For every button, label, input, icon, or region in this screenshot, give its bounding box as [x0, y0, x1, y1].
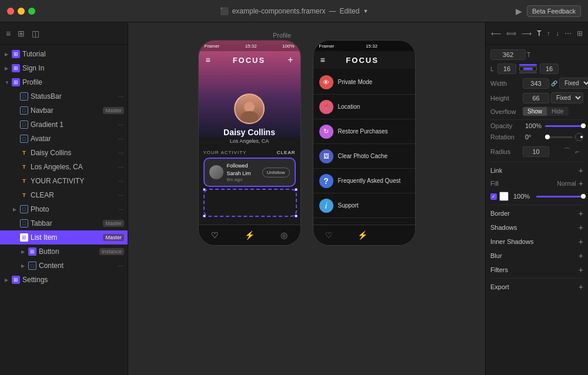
link-add-button[interactable]: +	[579, 166, 583, 175]
overflow-label: Overflow	[490, 108, 523, 115]
sidebar-item-location[interactable]: T Los Angeles, CA ⋯	[0, 160, 128, 174]
rotation-slider[interactable]	[545, 136, 573, 138]
height-input[interactable]: 66	[523, 93, 549, 103]
text-icon: T	[20, 163, 28, 171]
settings-item-clear-cache[interactable]: 🖼 Clear Photo Cache	[313, 144, 415, 169]
fill-slider[interactable]	[536, 196, 583, 197]
layers-icon[interactable]: ≡	[5, 28, 12, 39]
more-icon[interactable]: ⋯	[562, 28, 574, 39]
border-add-button[interactable]: +	[579, 209, 583, 218]
overflow-icon: ⋯	[118, 164, 124, 170]
assets-icon[interactable]: ◫	[31, 28, 41, 39]
radius-input[interactable]: 10	[523, 146, 549, 157]
align-center-h-icon[interactable]: ⟺	[504, 28, 519, 39]
sidebar-item-content[interactable]: ▶ □ Content ⋯	[0, 259, 128, 273]
master-badge: Master	[103, 220, 124, 227]
sidebar-item-navbar[interactable]: □ Navbar Master	[0, 103, 128, 118]
shadows-add-button[interactable]: +	[579, 223, 583, 232]
border-label: Border	[490, 210, 510, 217]
sidebar-item-label: StatusBar	[31, 92, 62, 101]
fill-swatch[interactable]	[499, 192, 509, 201]
grid-icon[interactable]: ⊞	[574, 28, 585, 39]
sidebar-item-statusbar[interactable]: □ StatusBar ⋯	[0, 89, 128, 103]
width-unit-select[interactable]: Fixed Fill Auto	[559, 78, 588, 89]
height-unit-select[interactable]: Fixed Fill Auto	[551, 92, 583, 103]
left-coord-input[interactable]: 16	[497, 63, 516, 74]
component-icon: ⊞	[12, 78, 20, 86]
inner-shadows-add-button[interactable]: +	[579, 237, 583, 246]
fill-mode: Normal	[525, 180, 576, 187]
sidebar-item-signin[interactable]: ▶ ⊞ Sign In	[0, 61, 128, 75]
opacity-slider[interactable]	[545, 125, 583, 127]
settings-tabbar: ♡ ⚡	[313, 225, 415, 245]
sidebar-item-your-activity[interactable]: T YOUR ACTIVITY ⋯	[0, 174, 128, 188]
settings-item-support[interactable]: i Support	[313, 193, 415, 218]
battery-label: 100%	[282, 43, 294, 49]
sidebar-item-gradient[interactable]: □ Gradient 1 ⋯	[0, 118, 128, 132]
menu-icon[interactable]: ≡	[206, 55, 211, 65]
align-right-icon[interactable]: ⟶	[519, 28, 534, 39]
location-icon: 📍	[319, 100, 333, 114]
settings-app-title: FOCUS	[325, 56, 400, 65]
sidebar-item-label: Photo	[31, 205, 49, 213]
fill-add-button[interactable]: +	[579, 179, 583, 188]
settings-phone: Framer 15:32 ≡ FOCUS 👁 Private Mode	[313, 40, 416, 246]
coord-inputs: L 16 16	[490, 63, 583, 74]
window-controls	[7, 8, 35, 15]
menu-icon[interactable]: ≡	[320, 55, 325, 65]
close-button[interactable]	[7, 8, 14, 15]
rotation-row: Rotation 0°	[490, 133, 583, 141]
overflow-hide-button[interactable]: Hide	[547, 107, 569, 116]
sidebar-item-tutorial[interactable]: ▶ ⊞ Tutorial	[0, 47, 128, 61]
overflow-show-button[interactable]: Show	[523, 107, 547, 116]
settings-item-location[interactable]: 📍 Location	[313, 95, 415, 119]
list-item: Followed Sarah Lim 8m ago Unfollow	[203, 158, 296, 187]
settings-item-faq[interactable]: ? Frequently Asked Quest	[313, 169, 415, 193]
beta-feedback-button[interactable]: Beta Feedback	[527, 5, 581, 17]
sidebar-item-tabbar[interactable]: □ Tabbar Master	[0, 216, 128, 230]
list-item-action-button[interactable]: Unfollow	[262, 168, 290, 178]
radius-corner-icon[interactable]: ⌒	[561, 145, 573, 158]
frame-icon: □	[28, 262, 36, 270]
sidebar-item-settings[interactable]: ▶ ⊞ Settings	[0, 273, 128, 287]
width-input[interactable]: 343	[523, 78, 549, 89]
radius-individual-icon[interactable]: ⌐	[573, 146, 582, 158]
play-button[interactable]: ▶	[516, 6, 522, 16]
opacity-row: Opacity 100%	[490, 122, 583, 129]
filters-add-button[interactable]: +	[579, 265, 583, 274]
clear-label[interactable]: CLEAR	[277, 150, 296, 155]
blur-add-button[interactable]: +	[579, 251, 583, 260]
align-top-icon[interactable]: ↑	[544, 28, 553, 39]
sidebar-item-label: Avatar	[31, 135, 51, 143]
export-add-button[interactable]: +	[579, 282, 583, 292]
minimize-button[interactable]	[18, 8, 25, 15]
sidebar-item-button[interactable]: ▶ ⊞ Button Instance	[0, 245, 128, 259]
align-left-icon[interactable]: ⟵	[489, 28, 503, 39]
settings-item-private-mode[interactable]: 👁 Private Mode	[313, 70, 415, 95]
text-style-icon[interactable]: T	[534, 28, 543, 39]
carrier-label: Framer	[319, 43, 335, 49]
support-icon: i	[319, 199, 333, 213]
tab-heart-icon[interactable]: ♡	[325, 230, 333, 240]
sidebar-item-daisy[interactable]: T Daisy Collins ⋯	[0, 146, 128, 160]
settings-item-label: Private Mode	[338, 79, 373, 85]
fill-checkbox[interactable]: ✓	[490, 193, 497, 200]
sidebar-item-listitem[interactable]: ⊞ List Item Master	[0, 230, 128, 245]
frame-icon: □	[20, 219, 28, 227]
sidebar-item-clear[interactable]: T CLEAR ⋯	[0, 188, 128, 202]
sidebar-item-avatar[interactable]: □ Avatar ⋯	[0, 132, 128, 146]
sidebar-item-profile[interactable]: ▼ ⊞ Profile	[0, 75, 128, 89]
align-bottom-icon[interactable]: ↓	[553, 28, 562, 39]
tab-flash-icon[interactable]: ⚡	[358, 230, 368, 240]
sidebar-item-photo[interactable]: ▶ □ Photo ⋯	[0, 202, 128, 216]
right-coord-input[interactable]: 16	[540, 63, 559, 74]
arrow-icon: ▶	[21, 249, 27, 255]
settings-item-restore[interactable]: ↻ Restore Purchases	[313, 119, 415, 144]
components-icon[interactable]: ⊞	[16, 28, 26, 39]
faq-icon: ?	[319, 174, 333, 188]
maximize-button[interactable]	[28, 8, 35, 15]
settings-item-label: Location	[338, 103, 360, 110]
component-icon: ⊞	[12, 276, 20, 284]
size-input[interactable]: 362	[490, 49, 526, 60]
add-icon[interactable]: +	[288, 55, 293, 65]
